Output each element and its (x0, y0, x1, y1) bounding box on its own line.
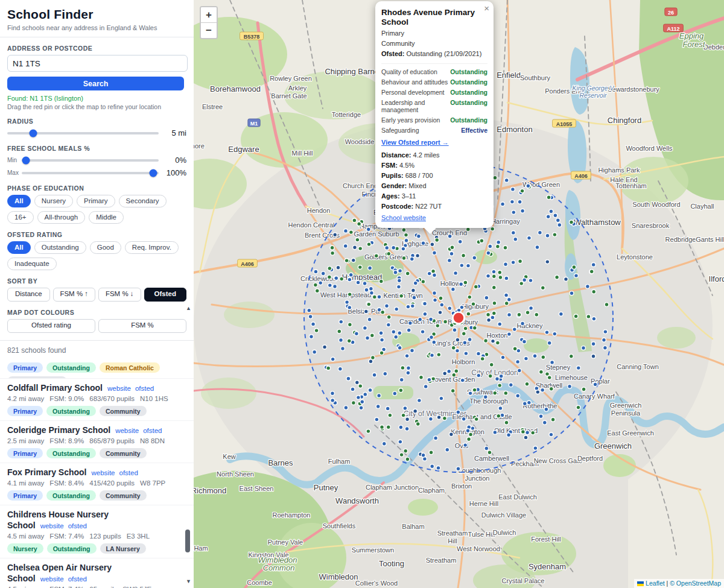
fsm-min-slider[interactable] (22, 159, 159, 162)
school-dot[interactable] (379, 331, 383, 335)
school-dot[interactable] (521, 430, 526, 434)
school-dot[interactable] (436, 324, 440, 328)
school-dot[interactable] (410, 304, 414, 308)
school-dot[interactable] (451, 287, 456, 291)
school-dot[interactable] (418, 399, 422, 403)
school-dot[interactable] (367, 242, 371, 247)
school-dot[interactable] (387, 251, 391, 256)
school-dot[interactable] (363, 393, 367, 397)
school-dot[interactable] (398, 440, 402, 444)
school-dot[interactable] (434, 436, 438, 440)
school-dot[interactable] (488, 374, 492, 378)
school-dot[interactable] (430, 242, 434, 247)
school-dot[interactable] (436, 466, 440, 470)
school-dot[interactable] (591, 342, 595, 346)
school-dot[interactable] (533, 354, 537, 358)
school-dot[interactable] (343, 244, 348, 248)
school-dot[interactable] (351, 387, 355, 391)
school-dot[interactable] (410, 257, 414, 261)
school-dot[interactable] (331, 251, 335, 255)
school-dot[interactable] (429, 317, 433, 321)
school-dot[interactable] (541, 286, 545, 290)
school-dot[interactable] (376, 405, 380, 409)
school-dot[interactable] (385, 246, 389, 250)
school-dot[interactable] (357, 396, 361, 400)
school-card-coldfall-primary-school[interactable]: Coldfall Primary Schoolwebsiteofsted4.2 … (0, 379, 194, 421)
school-dot[interactable] (379, 351, 384, 355)
school-dot[interactable] (501, 355, 505, 359)
openstreetmap-link[interactable]: © OpenStreetMap (670, 580, 721, 587)
school-dot[interactable] (433, 298, 437, 302)
school-dot[interactable] (602, 338, 606, 342)
school-dot[interactable] (345, 259, 349, 263)
school-dot[interactable] (576, 366, 580, 370)
school-dot[interactable] (452, 373, 456, 377)
school-dot[interactable] (492, 274, 496, 279)
school-dot[interactable] (448, 234, 452, 238)
school-dot[interactable] (510, 200, 515, 204)
school-dot[interactable] (468, 391, 472, 396)
school-dot[interactable] (459, 282, 463, 286)
school-dot[interactable] (503, 245, 507, 250)
school-dot[interactable] (326, 366, 331, 370)
school-dot[interactable] (456, 349, 460, 353)
school-dot[interactable] (355, 332, 359, 336)
school-dot[interactable] (492, 285, 496, 289)
school-dot[interactable] (484, 339, 488, 343)
school-dot[interactable] (386, 406, 390, 411)
school-dot[interactable] (489, 362, 494, 367)
school-dot[interactable] (388, 413, 392, 417)
school-dot[interactable] (592, 317, 596, 321)
school-dot[interactable] (586, 285, 590, 289)
radius-slider-thumb[interactable] (29, 129, 37, 137)
school-dot[interactable] (393, 270, 398, 274)
school-dot[interactable] (404, 233, 408, 237)
website-link[interactable]: website (40, 522, 64, 530)
ofsted-link[interactable]: ofsted (135, 385, 154, 392)
school-dot[interactable] (330, 245, 334, 250)
school-dot[interactable] (372, 295, 376, 299)
ofsted-pill-inadequate[interactable]: Inadequate (7, 258, 57, 270)
school-dot[interactable] (314, 270, 318, 274)
school-dot[interactable] (314, 283, 318, 287)
phase-pill-16[interactable]: 16+ (7, 211, 34, 224)
school-dot[interactable] (429, 417, 433, 421)
school-dot[interactable] (352, 218, 357, 223)
school-dot[interactable] (368, 266, 372, 270)
ofsted-link[interactable]: ofsted (68, 522, 87, 530)
school-dot[interactable] (549, 432, 553, 437)
school-dot[interactable] (582, 346, 586, 350)
school-dot[interactable] (492, 270, 496, 274)
school-dot[interactable] (539, 414, 543, 419)
school-dot[interactable] (495, 377, 500, 381)
zoom-in-button[interactable]: + (201, 7, 217, 23)
school-dot[interactable] (405, 457, 410, 461)
school-dot[interactable] (549, 209, 553, 213)
school-dot[interactable] (483, 395, 487, 399)
school-dot[interactable] (524, 356, 529, 361)
school-dot[interactable] (399, 294, 404, 298)
school-dot[interactable] (531, 431, 535, 435)
school-dot[interactable] (525, 382, 529, 386)
school-dot[interactable] (509, 383, 513, 387)
school-dot[interactable] (319, 281, 323, 285)
school-dot[interactable] (440, 303, 444, 307)
school-dot[interactable] (315, 289, 319, 293)
school-dot[interactable] (545, 233, 550, 238)
school-dot[interactable] (375, 417, 379, 422)
school-dot[interactable] (553, 332, 557, 336)
school-dot[interactable] (344, 229, 348, 233)
school-dot[interactable] (544, 407, 548, 411)
school-dot[interactable] (522, 340, 527, 344)
school-dot[interactable] (423, 302, 427, 306)
school-dot[interactable] (443, 371, 447, 376)
school-dot[interactable] (348, 292, 352, 297)
school-dot[interactable] (401, 247, 405, 251)
school-dot[interactable] (504, 302, 509, 306)
school-dot[interactable] (522, 278, 527, 282)
fsm-max-slider[interactable] (22, 172, 159, 174)
phase-pill-secondary[interactable]: Secondary (119, 195, 167, 207)
school-dot[interactable] (433, 273, 437, 277)
school-dot[interactable] (450, 245, 454, 250)
sort-button-fsm[interactable]: FSM % ↑ (53, 288, 96, 302)
